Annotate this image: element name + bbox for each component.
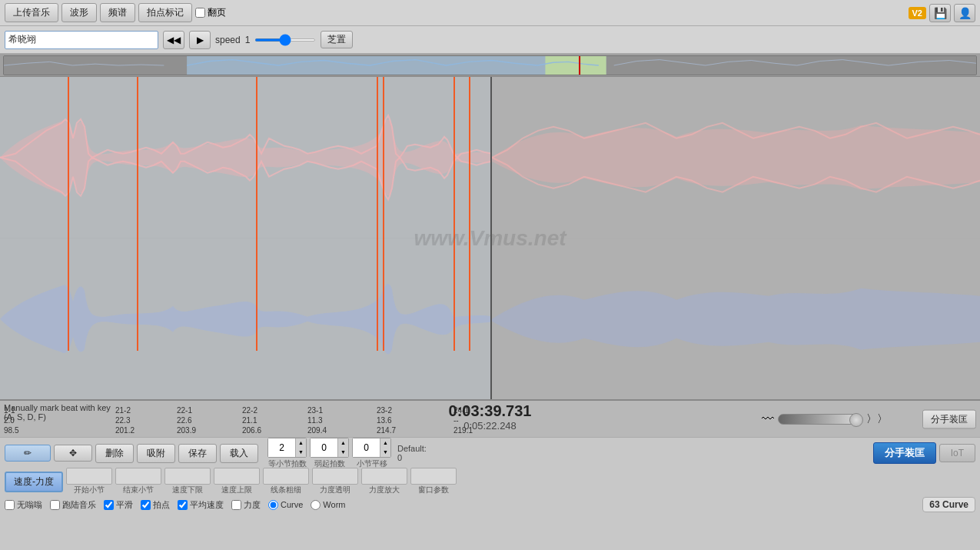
user-icon-btn[interactable]: 👤 bbox=[954, 4, 975, 22]
top-right-icons: V2 💾 👤 bbox=[909, 4, 975, 22]
beats-per-measure-spinner[interactable]: ▲ ▼ bbox=[267, 438, 307, 458]
window-params-group: 窗口参数 bbox=[410, 468, 457, 495]
string-thickness-group: 线条粗细 bbox=[263, 468, 309, 495]
beat-points-checkbox[interactable] bbox=[141, 500, 151, 510]
beats-down-btn[interactable]: ▼ bbox=[295, 448, 306, 457]
time-display-block: 0:03:39.731 0:05:22.248 bbox=[449, 402, 532, 432]
curve-badge-label: 63 Curve bbox=[929, 499, 968, 510]
velocity-zoom-input[interactable] bbox=[361, 468, 407, 485]
bottom-row1: ✏ ✥ 删除 吸附 保存 载入 ▲ ▼ 等小节拍数 ▲ bbox=[0, 438, 980, 468]
window-params-input[interactable] bbox=[410, 468, 457, 485]
attract-button[interactable]: 吸附 bbox=[137, 444, 175, 463]
pickup-up-btn[interactable]: ▲ bbox=[337, 438, 348, 448]
beat-line-7 bbox=[469, 77, 470, 351]
timeline-ruler: 1-1 2.0 98.5 21-2 22.3 201.2 22-1 22.6 2… bbox=[0, 400, 980, 437]
artist-input[interactable] bbox=[5, 31, 158, 49]
opacity-input[interactable] bbox=[312, 468, 358, 485]
flip-checkbox-group: 翻页 bbox=[195, 6, 226, 19]
keys-hint: (A, S, D, F) bbox=[4, 412, 111, 422]
beats-per-measure-input[interactable] bbox=[268, 438, 295, 457]
speed-value: 1 bbox=[245, 35, 251, 45]
split-beat-button[interactable]: 分手装匡 bbox=[873, 442, 936, 464]
smooth-checkbox[interactable] bbox=[104, 500, 114, 510]
offset-up-btn[interactable]: ▲ bbox=[380, 438, 390, 448]
pickup-beats-spinner[interactable]: ▲ ▼ bbox=[310, 438, 349, 458]
ruler-segment-3: 22-1 22.6 203.9 bbox=[177, 405, 196, 435]
second-toolbar: ◀◀ ▶ speed 1 芝置 bbox=[0, 26, 980, 54]
worm-radio-label[interactable]: Worm bbox=[311, 500, 345, 510]
curve-radio[interactable] bbox=[268, 500, 278, 510]
speed-lower-input[interactable] bbox=[164, 468, 211, 485]
ruler-segment-5: 23-1 11.3 209.4 bbox=[307, 405, 327, 435]
default-value-display: Default: 0 bbox=[394, 442, 430, 464]
smooth-checkbox-label[interactable]: 平滑 bbox=[104, 499, 133, 511]
worm-label: Worm bbox=[323, 500, 345, 509]
opacity-group: 力度透明 bbox=[312, 468, 358, 495]
surround-checkbox[interactable] bbox=[50, 500, 60, 510]
no-noise-checkbox[interactable] bbox=[5, 500, 15, 510]
avg-speed-checkbox-label[interactable]: 平均速度 bbox=[178, 499, 224, 511]
wave-icon: 〰 bbox=[762, 412, 774, 426]
start-measure-input[interactable] bbox=[66, 468, 112, 485]
default-label: Default: bbox=[397, 444, 427, 453]
speed-slider[interactable] bbox=[254, 38, 316, 42]
user-icon: 👤 bbox=[958, 7, 972, 19]
save-icon-btn[interactable]: 💾 bbox=[929, 4, 951, 22]
playhead bbox=[490, 77, 492, 399]
pickup-spinner-btns: ▲ ▼ bbox=[337, 438, 348, 457]
no-noise-checkbox-label[interactable]: 无嗡嗡 bbox=[5, 499, 42, 511]
beat-mark-button[interactable]: 拍点标记 bbox=[138, 3, 192, 22]
bottom-row2: 速度-力度 开始小节 结束小节 速度下限 速度上限 线条粗细 力度透明 力度放 bbox=[0, 468, 980, 495]
iot-button[interactable]: IoT bbox=[939, 444, 975, 462]
measure-offset-input[interactable] bbox=[353, 438, 380, 457]
move-button[interactable]: ✥ bbox=[54, 445, 92, 462]
split-view-button[interactable]: 分手装匡 bbox=[922, 409, 976, 428]
save-icon: 💾 bbox=[934, 7, 947, 19]
beat-line-1 bbox=[68, 77, 69, 351]
beat-points-checkbox-label[interactable]: 拍点 bbox=[141, 499, 170, 511]
bottom-controls: ✏ ✥ 删除 吸附 保存 载入 ▲ ▼ 等小节拍数 ▲ bbox=[0, 437, 980, 525]
pickup-beats-input[interactable] bbox=[311, 438, 337, 457]
end-measure-input[interactable] bbox=[115, 468, 161, 485]
save-button[interactable]: 保存 bbox=[178, 444, 217, 463]
surround-checkbox-label[interactable]: 跑陆音乐 bbox=[50, 499, 96, 511]
erase-button[interactable]: ✏ bbox=[5, 445, 51, 462]
avg-speed-checkbox[interactable] bbox=[178, 500, 188, 510]
string-thickness-input[interactable] bbox=[263, 468, 309, 485]
speed-upper-label: 速度上限 bbox=[221, 485, 252, 495]
load-button[interactable]: 载入 bbox=[220, 444, 258, 463]
velocity-zoom-label: 力度放大 bbox=[369, 485, 400, 495]
overview-waveform[interactable] bbox=[3, 55, 977, 75]
time-display-main: 0:03:39.731 bbox=[449, 402, 532, 420]
curve-label: Curve bbox=[281, 500, 303, 509]
force-checkbox[interactable] bbox=[231, 500, 241, 510]
worm-radio[interactable] bbox=[311, 500, 321, 510]
upload-music-button[interactable]: 上传音乐 bbox=[5, 3, 58, 22]
curve-radio-label[interactable]: Curve bbox=[268, 500, 303, 510]
v2-badge: V2 bbox=[909, 7, 926, 19]
waveform-button[interactable]: 波形 bbox=[61, 3, 97, 22]
offset-down-btn[interactable]: ▼ bbox=[380, 448, 390, 457]
velocity-button[interactable]: 速度-力度 bbox=[5, 472, 63, 492]
main-waveform[interactable]: www.Vmus.net bbox=[0, 77, 980, 400]
measure-offset-spinner[interactable]: ▲ ▼ bbox=[352, 438, 391, 458]
avg-speed-label: 平均速度 bbox=[190, 499, 224, 511]
pickup-down-btn[interactable]: ▼ bbox=[337, 448, 348, 457]
volume-slider[interactable] bbox=[778, 414, 862, 425]
beats-up-btn[interactable]: ▲ bbox=[295, 438, 306, 448]
apply-button[interactable]: 芝置 bbox=[321, 31, 353, 48]
force-checkbox-label[interactable]: 力度 bbox=[231, 499, 261, 511]
move-icon: ✥ bbox=[69, 448, 77, 458]
beat-line-2 bbox=[137, 77, 138, 351]
svg-rect-3 bbox=[606, 56, 976, 75]
force-label: 力度 bbox=[244, 499, 261, 511]
frequency-button[interactable]: 频谱 bbox=[100, 3, 135, 22]
play-button[interactable]: ▶ bbox=[189, 31, 211, 49]
string-thickness-label: 线条粗细 bbox=[271, 485, 301, 495]
beat-line-3 bbox=[256, 77, 257, 351]
delete-button[interactable]: 删除 bbox=[95, 444, 134, 463]
top-toolbar: 上传音乐 波形 频谱 拍点标记 翻页 V2 💾 👤 bbox=[0, 0, 980, 26]
flip-checkbox[interactable] bbox=[195, 8, 205, 18]
prev-button[interactable]: ◀◀ bbox=[163, 31, 184, 49]
speed-upper-input[interactable] bbox=[214, 468, 260, 485]
